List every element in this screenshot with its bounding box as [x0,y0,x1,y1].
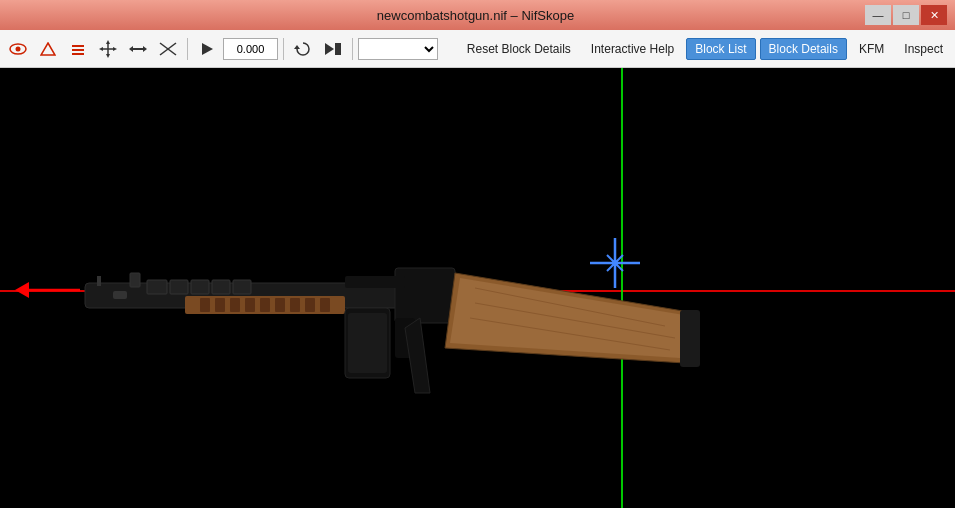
diagonal-arrows-button[interactable] [154,35,182,63]
svg-marker-2 [41,43,55,55]
window-controls: — □ ✕ [865,5,947,25]
svg-rect-55 [212,280,230,294]
move-icon [99,40,117,58]
green-axis-vertical [621,68,623,508]
svg-line-47 [475,288,665,326]
svg-line-27 [520,303,600,323]
svg-line-49 [470,318,670,350]
eye-icon-button[interactable] [4,35,32,63]
block-list-tab[interactable]: Block List [686,38,755,60]
svg-marker-9 [106,54,110,58]
svg-marker-8 [106,40,110,44]
minimize-button[interactable]: — [865,5,891,25]
triangle-icon [40,42,56,56]
window-title: newcombatshotgun.nif – NifSkope [86,8,865,23]
red-axis-horizontal [0,290,955,292]
toolbar-separator-2 [283,38,284,60]
selection-point [597,320,604,327]
close-button[interactable]: ✕ [921,5,947,25]
svg-rect-57 [113,291,127,299]
svg-marker-21 [338,43,341,55]
move-icon-button[interactable] [94,35,122,63]
interactive-help-button[interactable]: Interactive Help [583,38,682,60]
svg-marker-10 [99,47,103,51]
svg-marker-31 [15,282,29,298]
svg-rect-41 [290,298,300,312]
svg-rect-44 [345,308,390,378]
inspect-button[interactable]: Inspect [896,38,951,60]
svg-rect-3 [72,45,84,47]
svg-marker-11 [113,47,117,51]
arrows-icon [129,42,147,56]
step-button[interactable] [319,35,347,63]
toolbar: Reset Block Details Interactive Help Blo… [0,30,955,68]
svg-line-28 [520,323,600,343]
loop-button[interactable] [289,35,317,63]
lines-icon [70,42,86,56]
svg-rect-34 [185,296,345,314]
svg-rect-52 [147,280,167,294]
svg-rect-45 [348,313,387,373]
play-button[interactable] [193,35,221,63]
gun-model [55,208,715,438]
svg-marker-19 [325,43,334,55]
svg-rect-20 [335,43,338,55]
svg-marker-18 [294,45,300,49]
svg-rect-5 [72,53,84,55]
svg-line-48 [475,303,675,338]
play-icon [200,42,214,56]
triangle-icon-button[interactable] [34,35,62,63]
blue-axis-cross [585,233,645,293]
svg-rect-39 [260,298,270,312]
red-arrow-left [15,276,80,304]
svg-rect-59 [345,276,405,288]
svg-rect-56 [233,280,251,294]
animation-dropdown[interactable] [358,38,438,60]
svg-line-25 [607,255,623,271]
svg-rect-33 [395,268,455,323]
viewport[interactable] [0,68,955,508]
svg-point-24 [612,260,618,266]
svg-marker-14 [143,46,147,52]
toolbar-separator-1 [187,38,188,60]
selection-lines [510,293,640,353]
svg-rect-58 [130,273,140,287]
eye-icon [9,42,27,56]
svg-point-1 [16,46,21,51]
svg-line-26 [607,255,623,271]
lines-icon-button[interactable] [64,35,92,63]
kfm-button[interactable]: KFM [851,38,892,60]
step-icon [324,42,342,56]
svg-rect-35 [200,298,210,312]
diagonal-arrows-icon [159,42,177,56]
maximize-button[interactable]: □ [893,5,919,25]
reset-block-details-button[interactable]: Reset Block Details [459,38,579,60]
title-bar: newcombatshotgun.nif – NifSkope — □ ✕ [0,0,955,30]
svg-rect-50 [680,310,700,367]
svg-rect-54 [191,280,209,294]
block-details-tab[interactable]: Block Details [760,38,847,60]
svg-rect-37 [230,298,240,312]
svg-rect-40 [275,298,285,312]
svg-rect-38 [245,298,255,312]
svg-rect-53 [170,280,188,294]
arrows-icon-button[interactable] [124,35,152,63]
toolbar-separator-3 [352,38,353,60]
svg-rect-51 [97,276,101,286]
svg-rect-42 [305,298,315,312]
svg-marker-13 [129,46,133,52]
svg-rect-36 [215,298,225,312]
loop-icon [294,41,312,57]
svg-marker-17 [202,43,213,55]
svg-rect-43 [320,298,330,312]
svg-rect-4 [72,49,84,51]
toolbar-right: Reset Block Details Interactive Help Blo… [459,30,951,67]
svg-rect-32 [85,283,425,308]
svg-rect-46 [395,318,415,358]
time-input[interactable] [223,38,278,60]
